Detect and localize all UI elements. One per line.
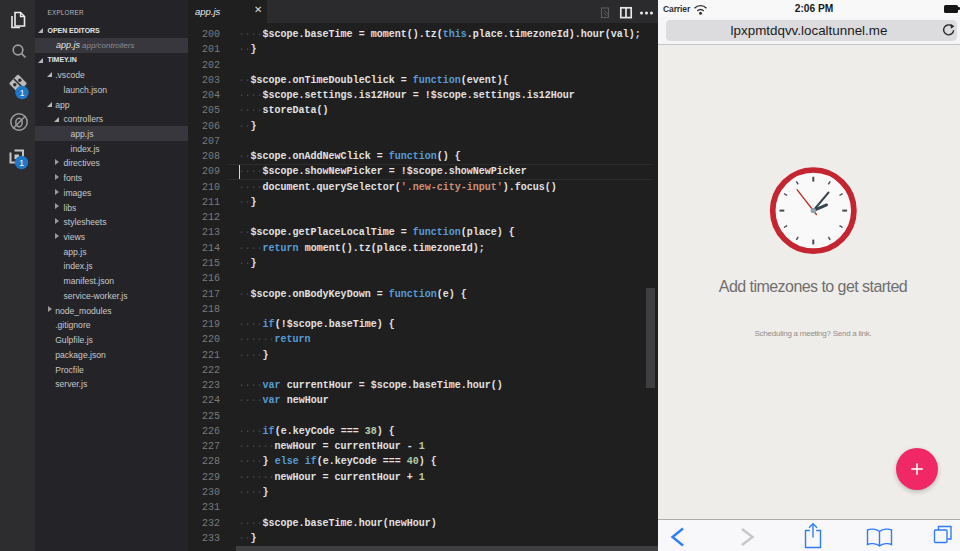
svg-text:1: 1 — [19, 158, 24, 168]
svg-text:1: 1 — [20, 88, 25, 98]
